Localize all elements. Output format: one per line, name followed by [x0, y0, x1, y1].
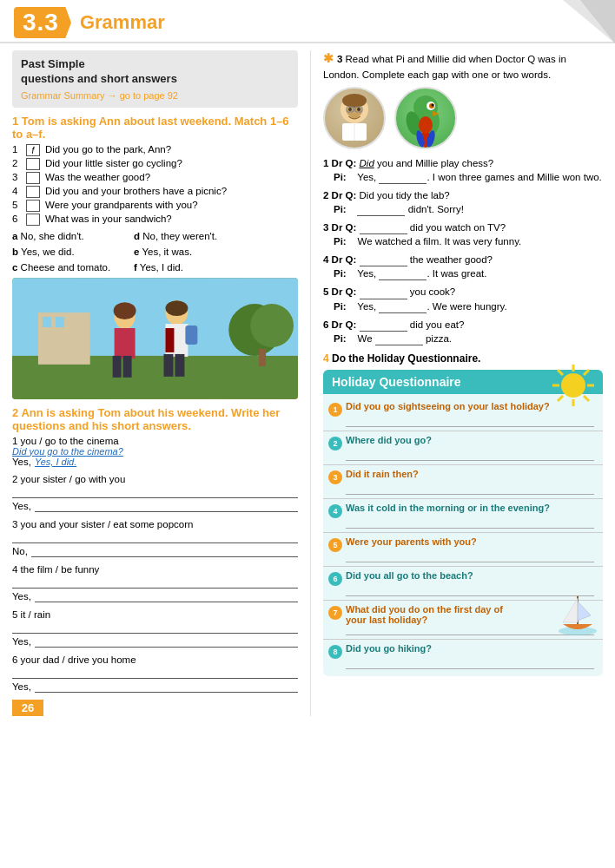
- match-box-4[interactable]: [26, 186, 40, 198]
- hq-line-5[interactable]: [346, 554, 594, 562]
- hq-q6: Did you all go to the beach?: [346, 570, 594, 581]
- ex2-item1-question: Did you go to the cinema?: [12, 446, 298, 457]
- ex2-item-5: 5 it / rain Yes,: [12, 609, 298, 648]
- qa-num-6: 6: [323, 319, 332, 330]
- svg-point-30: [353, 111, 356, 114]
- match-item-2: 2 Did your little sister go cycling?: [12, 158, 298, 170]
- qa-drq-label-3: Dr Q:: [332, 222, 360, 233]
- hq-q3: Did it rain then?: [346, 469, 594, 479]
- hq-row-1: 1 Did you go sightseeing on your last ho…: [328, 401, 594, 417]
- header-decoration: [563, 0, 615, 43]
- qa-pi-label-5: Pi: Yes, . We were hungry.: [323, 301, 507, 312]
- parrot-illustration: [396, 89, 455, 148]
- exercise1-answers: a No, she didn't. d No, they weren't. b …: [12, 231, 298, 273]
- qa-item-1: 1 Dr Q: Did you and Millie play chess? P…: [323, 156, 603, 184]
- hq-item-5: 5 Were your parents with you?: [323, 533, 603, 567]
- answer-d: d No, they weren't.: [134, 231, 238, 241]
- hq-line-8[interactable]: [346, 661, 594, 669]
- qa-drq-text-6: did you eat?: [410, 319, 465, 330]
- svg-point-26: [357, 108, 360, 111]
- grammar-summary-arrow: →: [108, 90, 120, 101]
- match-item-6: 6 What was in your sandwich?: [12, 214, 298, 226]
- hq-row-8: 8 Did you go hiking?: [328, 643, 594, 659]
- qa-drq-text-5: you cook?: [410, 286, 455, 297]
- qa-blank-1: Did: [360, 158, 374, 168]
- match-box-1[interactable]: f: [26, 144, 40, 156]
- sailboat-icon: [556, 589, 599, 637]
- qa-drq-label-5: Dr Q:: [332, 286, 360, 297]
- exercise3-star: ✱: [323, 51, 337, 65]
- qa-answer-line-2a[interactable]: [357, 204, 405, 216]
- svg-point-14: [114, 302, 136, 319]
- qa-item-3: 3 Dr Q: did you watch on TV? Pi: We watc…: [323, 220, 603, 248]
- qa-answer-line-4a[interactable]: [360, 254, 407, 266]
- match-item-1: 1 f Did you go to the park, Ann?: [12, 144, 298, 156]
- hq-line-1[interactable]: [346, 418, 594, 427]
- ex2-item4-yes: Yes,: [12, 591, 31, 602]
- ex2-item4-question-line[interactable]: [12, 576, 298, 589]
- answer-e: e Yes, it was.: [134, 247, 238, 257]
- qa-answer-line-6b[interactable]: [375, 333, 423, 345]
- ex2-item2-question-line[interactable]: [12, 486, 298, 498]
- ex2-item-3: 3 you and your sister / eat some popcorn…: [12, 519, 298, 557]
- ex2-item3-question-line[interactable]: [12, 531, 298, 543]
- exercise2-instruction: Ann is asking Tom about his weekend. Wri…: [12, 406, 280, 432]
- answer-b: b Yes, we did.: [12, 247, 116, 257]
- qa-answer-line-5a[interactable]: [360, 287, 407, 299]
- char-parrot-circle: [394, 87, 457, 149]
- ex2-item4-answer-line[interactable]: [35, 590, 298, 602]
- ex2-item6-question-line[interactable]: [12, 667, 298, 679]
- match-box-5[interactable]: [26, 200, 40, 212]
- hq-row-6: 6 Did you all go to the beach?: [328, 570, 594, 586]
- svg-point-37: [432, 103, 434, 106]
- match-text-5: Were your grandparents with you?: [45, 200, 198, 210]
- qa-pi-label-1: Pi: Yes, . I won three games and Millie …: [323, 172, 602, 182]
- hq-line-4[interactable]: [346, 520, 594, 529]
- qa-answer-line-3[interactable]: [360, 222, 407, 234]
- hq-q2: Where did you go?: [346, 435, 594, 445]
- svg-rect-9: [56, 317, 64, 327]
- ex2-item5-answer-line[interactable]: [35, 635, 298, 648]
- hq-item-8: 8 Did you go hiking?: [323, 640, 603, 673]
- ex2-item2-answer-line[interactable]: [35, 500, 298, 512]
- qa-item-4: 4 Dr Q: the weather good? Pi: Yes, . It …: [323, 253, 603, 280]
- svg-point-5: [250, 304, 294, 347]
- svg-line-47: [558, 370, 563, 375]
- ex2-item-1: 1 you / go to the cinema Did you go to t…: [12, 436, 298, 467]
- holiday-title: Holiday Questionnaire: [332, 375, 461, 389]
- ex2-item5-yes: Yes,: [12, 636, 31, 647]
- exercise4-number: 4: [323, 352, 329, 365]
- hq-item-1: 1 Did you go sightseeing on your last ho…: [323, 398, 603, 431]
- qa-drq-label-4: Dr Q:: [332, 254, 360, 265]
- exercise2-number: 2: [12, 406, 18, 419]
- ex2-item1-answer: Yes, Yes, I did.: [12, 457, 298, 467]
- match-num-3: 3: [12, 172, 23, 182]
- match-item-4: 4 Did you and your brothers have a picni…: [12, 186, 298, 198]
- exercise2-items: 1 you / go to the cinema Did you go to t…: [12, 436, 298, 693]
- svg-rect-20: [185, 326, 197, 345]
- hq-line-2[interactable]: [346, 452, 594, 461]
- qa-answer-line-1[interactable]: [379, 172, 427, 184]
- ex2-item2-num: 2 your sister / go with you: [12, 474, 125, 484]
- svg-line-49: [584, 370, 589, 375]
- ex2-item4-num: 4 the film / be funny: [12, 564, 99, 575]
- match-box-3[interactable]: [26, 172, 40, 184]
- match-box-6[interactable]: [26, 214, 40, 226]
- hq-line-3[interactable]: [346, 486, 594, 495]
- ex2-item6-answer-line[interactable]: [35, 681, 298, 693]
- qa-drq-text-4: the weather good?: [410, 254, 493, 265]
- match-box-2[interactable]: [26, 158, 40, 170]
- ex2-item5-question-line[interactable]: [12, 621, 298, 634]
- qa-answer-line-5b[interactable]: [379, 301, 427, 313]
- content-wrapper: Past Simplequestions and short answers G…: [0, 43, 615, 716]
- ex2-item3-answer-line[interactable]: [31, 545, 298, 557]
- match-num-2: 2: [12, 158, 23, 168]
- qa-drq-text-1: you and Millie play chess?: [377, 158, 493, 168]
- grammar-summary-link[interactable]: go to page 92: [120, 90, 178, 101]
- svg-point-51: [561, 373, 585, 398]
- qa-num-3: 3: [323, 222, 332, 233]
- qa-answer-line-6a[interactable]: [360, 319, 407, 332]
- svg-rect-8: [43, 317, 51, 327]
- ex2-item6-num: 6 your dad / drive you home: [12, 654, 136, 665]
- qa-answer-line-4b[interactable]: [379, 268, 427, 280]
